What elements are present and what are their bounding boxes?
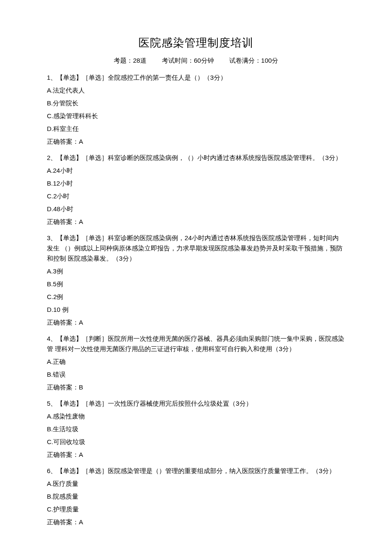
option: C.2小时 — [47, 191, 345, 201]
exam-meta: 考题：28道 考试时间：60分钟 试卷满分：100分 — [47, 55, 345, 66]
option: D.10 例 — [47, 305, 345, 315]
correct-answer: 正确答案：A — [47, 217, 345, 227]
correct-answer: 正确答案：A — [47, 517, 345, 527]
option: B.分管院长 — [47, 98, 345, 108]
option: C.可回收垃圾 — [47, 437, 345, 447]
correct-answer: 正确答案：B — [47, 382, 345, 392]
option: B.院感质量 — [47, 491, 345, 502]
option: C.感染管理科科长 — [47, 111, 345, 121]
option: A.法定代表人 — [47, 85, 345, 96]
question-block: 3、【单选】［单选］科室诊断的医院感染病例，24小时内通过杏林系统报告医院感染管… — [47, 233, 345, 328]
question-stem: 6、【单选】［单选］医院感染管理是（）管理的重要组成部分，纳入医院医疗质量管理工… — [47, 466, 345, 476]
meta-full: 试卷满分：100分 — [229, 57, 278, 64]
option: A.3例 — [47, 266, 345, 276]
option: D.48小时 — [47, 204, 345, 214]
option: A.医疗质量 — [47, 479, 345, 489]
option: A.正确 — [47, 357, 345, 367]
question-block: 6、【单选】［单选］医院感染管理是（）管理的重要组成部分，纳入医院医疗质量管理工… — [47, 466, 345, 527]
option: C.护理质量 — [47, 504, 345, 514]
option: B.生活垃圾 — [47, 424, 345, 434]
option: B.5例 — [47, 279, 345, 289]
question-block: 2、【单选】［单选］科室诊断的医院感染病例，（）小时内通过杏林系统报告医院感染管… — [47, 153, 345, 227]
option: A.24小时 — [47, 166, 345, 176]
option: A.感染性废物 — [47, 411, 345, 421]
option: D.科室主任 — [47, 124, 345, 134]
question-block: 1、【单选】［单选］全院感控工作的第一责任人是（）（3分） A.法定代表人 B.… — [47, 73, 345, 147]
question-block: 5、【单选】［单选］一次性医疗器械使用完后按照什么垃圾处置（3分） A.感染性废… — [47, 398, 345, 460]
option: C.2例 — [47, 292, 345, 302]
correct-answer: 正确答案：A — [47, 450, 345, 460]
meta-count: 考题：28道 — [114, 57, 147, 64]
option: B.错误 — [47, 369, 345, 380]
question-stem: 4、【单选】［判断］医院所用一次性使用无菌的医疗器械、器具必须由采购部门统一集中… — [47, 334, 345, 354]
question-block: 4、【单选】［判断］医院所用一次性使用无菌的医疗器械、器具必须由采购部门统一集中… — [47, 334, 345, 392]
meta-duration: 考试时间：60分钟 — [162, 57, 214, 64]
question-stem: 2、【单选】［单选］科室诊断的医院感染病例，（）小时内通过杏林系统报告医院感染管… — [47, 153, 345, 163]
page-title: 医院感染管理制度培训 — [47, 34, 345, 52]
option: B.12小时 — [47, 178, 345, 189]
correct-answer: 正确答案：A — [47, 317, 345, 328]
question-stem: 1、【单选】［单选］全院感控工作的第一责任人是（）（3分） — [47, 73, 345, 83]
question-stem: 3、【单选】［单选］科室诊断的医院感染病例，24小时内通过杏林系统报告医院感染管… — [47, 233, 345, 264]
correct-answer: 正确答案：A — [47, 137, 345, 147]
question-stem: 5、【单选】［单选］一次性医疗器械使用完后按照什么垃圾处置（3分） — [47, 398, 345, 409]
